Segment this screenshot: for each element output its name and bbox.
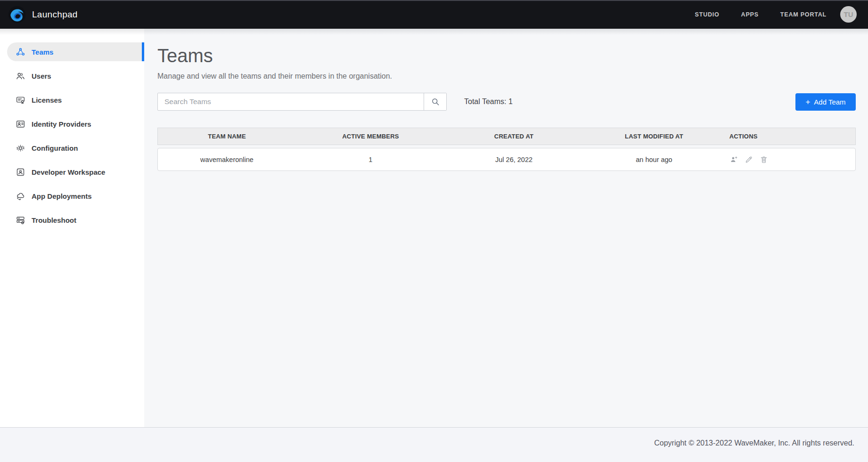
- licenses-icon: [16, 95, 25, 105]
- team-name-cell: wavemakeronline: [158, 156, 296, 163]
- wavemaker-logo-icon: [8, 6, 26, 24]
- column-header-last-modified-at: LAST MODIFIED AT: [582, 133, 725, 140]
- teams-table: TEAM NAME ACTIVE MEMBERS CREATED AT LAST…: [157, 128, 856, 171]
- add-team-label: Add Team: [814, 98, 845, 106]
- column-header-team-name: TEAM NAME: [158, 133, 296, 140]
- app-footer: Copyright © 2013-2022 WaveMaker, Inc. Al…: [0, 427, 868, 462]
- app-header: Launchpad STUDIO APPS TEAM PORTAL TU: [0, 0, 868, 29]
- sidebar-item-troubleshoot[interactable]: Troubleshoot: [0, 211, 144, 229]
- brand[interactable]: Launchpad: [8, 6, 78, 24]
- add-team-button[interactable]: + Add Team: [795, 93, 856, 111]
- sidebar-item-label: Developer Workspace: [32, 168, 105, 176]
- edit-team-button[interactable]: [745, 155, 753, 164]
- page-subtitle: Manage and view all the teams and their …: [157, 72, 856, 81]
- configuration-icon: [16, 143, 25, 153]
- sidebar-item-configuration[interactable]: Configuration: [0, 138, 144, 157]
- table-row: wavemakeronline 1 Jul 26, 2022 an hour a…: [157, 148, 856, 171]
- plus-icon: +: [805, 98, 810, 106]
- total-teams-label: Total Teams: 1: [464, 97, 513, 106]
- teams-icon: [16, 47, 25, 57]
- sidebar-item-label: Troubleshoot: [32, 216, 76, 224]
- sidebar-item-label: Identity Providers: [32, 120, 91, 128]
- main-content: Teams Manage and view all the teams and …: [144, 29, 868, 427]
- sidebar-item-label: Teams: [32, 48, 53, 56]
- app-title: Launchpad: [32, 9, 78, 20]
- created-at-cell: Jul 26, 2022: [445, 156, 583, 163]
- sidebar-item-developer-workspace[interactable]: Developer Workspace: [0, 162, 144, 181]
- sidebar: Teams Users Licenses: [0, 29, 144, 427]
- user-avatar[interactable]: TU: [840, 6, 857, 23]
- nav-apps[interactable]: APPS: [741, 11, 759, 18]
- sidebar-item-label: App Deployments: [32, 192, 92, 200]
- column-header-active-members: ACTIVE MEMBERS: [296, 133, 445, 140]
- nav-team-portal[interactable]: TEAM PORTAL: [780, 11, 827, 18]
- avatar-initials: TU: [844, 10, 853, 18]
- search-icon: [431, 97, 440, 106]
- identity-providers-icon: [16, 119, 25, 129]
- search-input[interactable]: [158, 93, 424, 110]
- search-button[interactable]: [424, 93, 446, 110]
- last-modified-cell: an hour ago: [582, 156, 725, 163]
- nav-studio[interactable]: STUDIO: [695, 11, 720, 18]
- row-actions: [729, 155, 855, 164]
- sidebar-item-users[interactable]: Users: [0, 66, 144, 85]
- developer-workspace-icon: [16, 167, 25, 177]
- sidebar-item-label: Users: [32, 72, 51, 80]
- add-member-button[interactable]: [729, 155, 738, 164]
- add-member-icon: [729, 155, 738, 164]
- column-header-actions: ACTIONS: [726, 133, 855, 140]
- copyright-text: Copyright © 2013-2022 WaveMaker, Inc. Al…: [654, 439, 854, 447]
- edit-icon: [745, 155, 753, 164]
- sidebar-item-app-deployments[interactable]: App Deployments: [0, 186, 144, 205]
- sidebar-item-label: Licenses: [32, 96, 62, 104]
- sidebar-item-identity-providers[interactable]: Identity Providers: [0, 114, 144, 133]
- search-group: [157, 93, 447, 111]
- delete-icon: [760, 155, 768, 164]
- delete-team-button[interactable]: [760, 155, 768, 164]
- app-deployments-icon: [16, 191, 25, 201]
- troubleshoot-icon: [16, 215, 25, 225]
- top-nav: STUDIO APPS TEAM PORTAL TU: [673, 6, 857, 23]
- page-title: Teams: [157, 45, 856, 66]
- active-members-cell: 1: [296, 156, 445, 163]
- sidebar-item-licenses[interactable]: Licenses: [0, 90, 144, 109]
- column-header-created-at: CREATED AT: [445, 133, 583, 140]
- table-header-row: TEAM NAME ACTIVE MEMBERS CREATED AT LAST…: [157, 128, 856, 145]
- sidebar-item-label: Configuration: [32, 144, 78, 152]
- users-icon: [16, 71, 25, 81]
- sidebar-item-teams[interactable]: Teams: [7, 42, 144, 61]
- toolbar: Total Teams: 1 + Add Team: [157, 93, 856, 111]
